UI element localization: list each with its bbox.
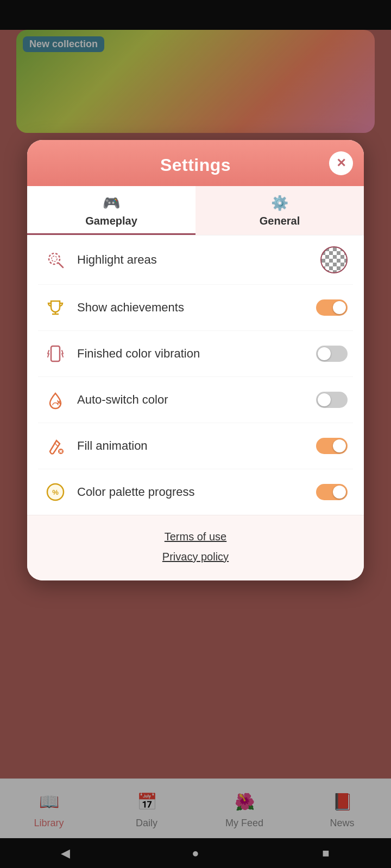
modal-header: Settings ✕	[27, 140, 364, 186]
setting-highlight-areas: Highlight areas	[38, 235, 353, 285]
color-palette-progress-toggle[interactable]	[316, 484, 348, 500]
settings-list: Highlight areas Show achievements	[27, 235, 364, 515]
show-achievements-toggle[interactable]	[316, 299, 348, 316]
modal-title: Settings	[160, 155, 231, 175]
tab-gameplay[interactable]: 🎮 Gameplay	[27, 186, 195, 235]
finished-color-vibration-icon	[43, 342, 67, 366]
settings-modal: Settings ✕ 🎮 Gameplay ⚙️ General Highlig…	[27, 140, 364, 580]
general-label: General	[260, 215, 300, 227]
fill-animation-label: Fill animation	[77, 439, 306, 453]
auto-switch-color-label: Auto-switch color	[77, 393, 306, 407]
toggle-knob	[318, 347, 331, 360]
toggle-knob	[333, 439, 346, 452]
color-palette-progress-label: Color palette progress	[77, 485, 306, 499]
finished-color-vibration-toggle[interactable]	[316, 346, 348, 362]
setting-color-palette-progress: % Color palette progress	[38, 469, 353, 515]
toggle-knob	[333, 301, 346, 314]
toggle-knob	[318, 393, 331, 406]
toggle-knob	[333, 486, 346, 499]
tabs-container: 🎮 Gameplay ⚙️ General	[27, 186, 364, 235]
svg-point-2	[52, 256, 57, 261]
gameplay-icon: 🎮	[103, 195, 120, 212]
highlight-areas-icon	[43, 248, 67, 272]
auto-switch-color-icon	[43, 388, 67, 412]
modal-footer: Terms of use Privacy policy	[27, 515, 364, 580]
highlight-areas-toggle[interactable]	[320, 246, 348, 273]
privacy-policy-link[interactable]: Privacy policy	[162, 551, 229, 563]
terms-of-use-link[interactable]: Terms of use	[165, 531, 226, 543]
setting-finished-color-vibration: Finished color vibration	[38, 331, 353, 377]
highlight-areas-label: Highlight areas	[77, 253, 311, 267]
fill-animation-icon	[43, 434, 67, 458]
show-achievements-label: Show achievements	[77, 301, 306, 315]
tab-general[interactable]: ⚙️ General	[195, 186, 364, 235]
gameplay-label: Gameplay	[85, 215, 137, 227]
fill-animation-toggle[interactable]	[316, 438, 348, 454]
setting-show-achievements: Show achievements	[38, 285, 353, 331]
auto-switch-color-toggle[interactable]	[316, 392, 348, 408]
finished-color-vibration-label: Finished color vibration	[77, 347, 306, 361]
setting-auto-switch-color: Auto-switch color	[38, 377, 353, 423]
svg-point-0	[49, 253, 60, 264]
general-icon: ⚙️	[271, 195, 288, 212]
setting-fill-animation: Fill animation	[38, 423, 353, 469]
color-palette-progress-icon: %	[43, 480, 67, 504]
svg-rect-5	[51, 346, 60, 361]
close-button[interactable]: ✕	[329, 151, 353, 175]
svg-line-1	[59, 263, 63, 267]
svg-text:%: %	[52, 488, 59, 496]
show-achievements-icon	[43, 296, 67, 320]
